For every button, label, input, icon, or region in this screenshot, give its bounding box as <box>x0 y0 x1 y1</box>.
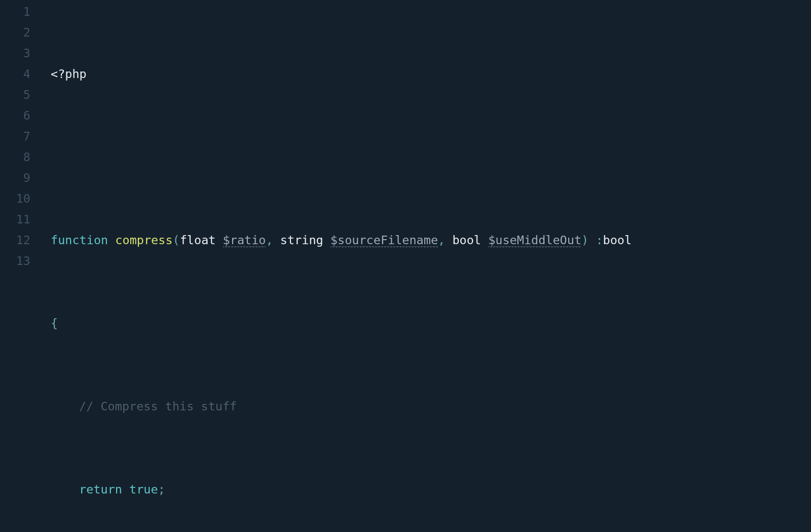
colon: : <box>596 233 603 247</box>
code-editor[interactable]: 1 2 3 4 5 6 7 8 9 10 11 12 13 <?php func… <box>0 0 811 532</box>
code-line[interactable]: <?php <box>41 64 632 85</box>
keyword-true: true <box>129 482 158 497</box>
type-float: float <box>180 233 216 247</box>
keyword-function: function <box>51 233 108 247</box>
line-number-gutter: 1 2 3 4 5 6 7 8 9 10 11 12 13 <box>0 0 41 532</box>
code-line[interactable] <box>41 147 632 168</box>
function-name: compress <box>115 233 172 247</box>
type-bool: bool <box>452 233 481 247</box>
comma: , <box>438 233 445 247</box>
line-number: 7 <box>0 126 30 147</box>
line-number: 11 <box>0 209 30 230</box>
line-number: 2 <box>0 22 30 43</box>
php-open-tag: <?php <box>51 67 87 81</box>
line-number: 1 <box>0 2 30 22</box>
code-line[interactable]: { <box>41 313 632 334</box>
line-number: 9 <box>0 168 30 188</box>
comment: // Compress this stuff <box>79 399 237 413</box>
brace-open: { <box>51 316 58 330</box>
type-string: string <box>280 233 323 247</box>
code-area[interactable]: <?php function compress(float $ratio, st… <box>41 0 632 532</box>
return-type-bool: bool <box>603 233 632 247</box>
param-ratio: $ratio <box>223 233 266 248</box>
line-number: 4 <box>0 64 30 85</box>
paren-open: ( <box>173 233 180 247</box>
comma: , <box>266 233 273 247</box>
line-number: 8 <box>0 147 30 168</box>
semicolon: ; <box>158 482 165 497</box>
param-source-filename: $sourceFilename <box>330 233 438 248</box>
line-number: 6 <box>0 105 30 126</box>
line-number: 10 <box>0 188 30 209</box>
code-line[interactable]: function compress(float $ratio, string $… <box>41 230 632 251</box>
line-number: 3 <box>0 43 30 64</box>
code-line[interactable]: return true; <box>41 479 632 500</box>
line-number: 12 <box>0 230 30 251</box>
line-number: 13 <box>0 251 30 272</box>
line-number: 5 <box>0 85 30 105</box>
param-use-middle-out: $useMiddleOut <box>488 233 581 248</box>
keyword-return: return <box>79 482 122 497</box>
code-line[interactable]: // Compress this stuff <box>41 396 632 417</box>
paren-close: ) <box>581 233 588 247</box>
